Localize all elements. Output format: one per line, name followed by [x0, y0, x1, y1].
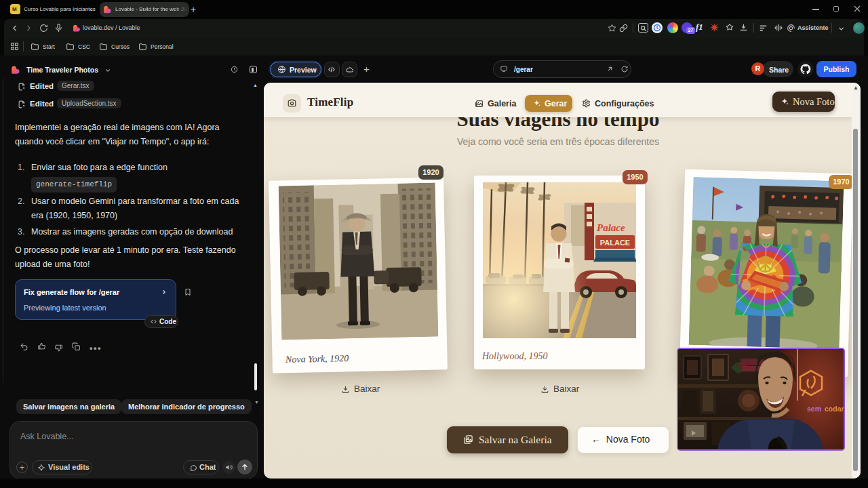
- svg-text:codar: codar: [825, 405, 844, 413]
- svg-text:sem: sem: [807, 405, 821, 413]
